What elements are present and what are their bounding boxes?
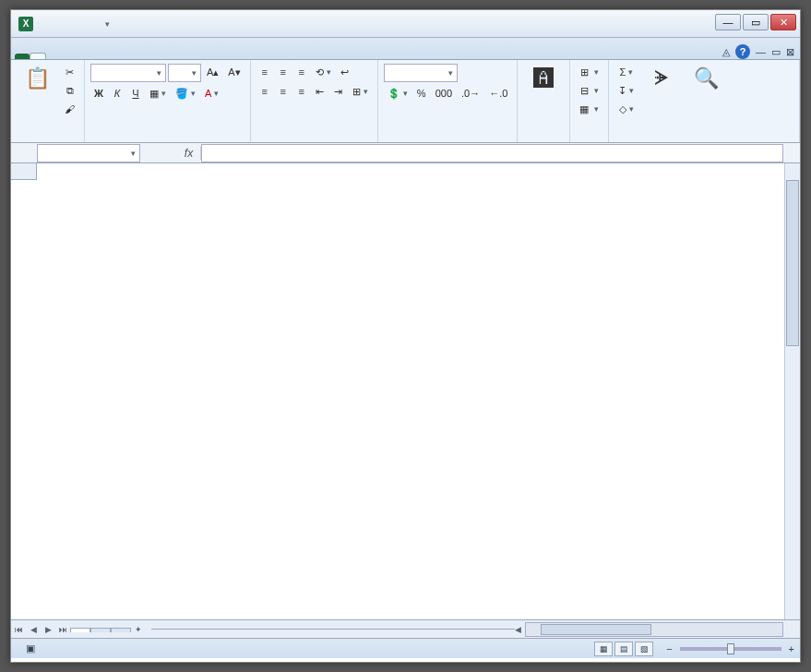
font-color-button[interactable]: A (201, 85, 222, 102)
tab-formulas[interactable] (76, 54, 90, 59)
fill-button[interactable]: ↧ (614, 82, 638, 99)
cut-button[interactable]: ✂ (61, 64, 78, 80)
quick-access-toolbar: X (11, 16, 114, 32)
align-center-button[interactable]: ≡ (275, 83, 292, 100)
tab-home[interactable] (30, 53, 46, 59)
align-right-button[interactable]: ≡ (293, 83, 310, 100)
minimize-button[interactable]: — (715, 14, 741, 30)
align-middle-button[interactable]: ≡ (275, 64, 292, 80)
tab-addins[interactable] (149, 54, 164, 59)
sheet-nav-next[interactable]: ▶ (41, 622, 55, 637)
new-sheet-button[interactable]: ✦ (131, 622, 146, 637)
paste-button[interactable]: 📋 (17, 64, 57, 138)
increase-indent-button[interactable]: ⇥ (330, 83, 347, 100)
number-group-label (384, 138, 512, 140)
autosum-button[interactable]: Σ (614, 64, 638, 80)
view-page-break-button[interactable]: ▧ (635, 642, 653, 656)
number-format-combo[interactable] (384, 64, 458, 82)
delete-cells-button[interactable]: ⊟ (576, 82, 602, 99)
tab-file[interactable] (15, 54, 30, 59)
sort-filter-button[interactable]: ᗚ (641, 64, 682, 138)
tab-foxit[interactable] (164, 54, 179, 59)
group-clipboard: 📋 ✂ ⧉ 🖌 (11, 60, 85, 142)
redo-button[interactable] (78, 16, 94, 32)
orientation-button[interactable]: ⟲ (312, 64, 335, 80)
align-left-button[interactable]: ≡ (256, 83, 273, 100)
doc-restore-icon[interactable]: ▭ (771, 46, 781, 58)
decrease-decimal-button[interactable]: ←.0 (485, 85, 511, 102)
sheet-nav-prev[interactable]: ◀ (26, 622, 41, 637)
increase-font-button[interactable]: A▴ (203, 64, 222, 80)
sheet-tab-2[interactable] (90, 628, 111, 632)
find-select-button[interactable]: 🔍 (686, 64, 726, 138)
format-painter-button[interactable]: 🖌 (61, 101, 78, 117)
tab-review[interactable] (105, 54, 120, 59)
zoom-slider[interactable] (680, 647, 781, 651)
hscroll-left-icon[interactable]: ◀ (515, 625, 521, 634)
doc-close-icon[interactable]: ⊠ (786, 46, 794, 58)
tab-data[interactable] (90, 54, 105, 59)
sheet-tab-1[interactable] (70, 628, 90, 632)
help-icon[interactable]: ? (735, 44, 750, 59)
sheet-tab-3[interactable] (111, 628, 131, 632)
hscroll-thumb[interactable] (541, 624, 651, 635)
merge-button[interactable]: ⊞ (349, 83, 372, 100)
view-page-layout-button[interactable]: ▤ (614, 642, 633, 656)
increase-decimal-button[interactable]: .0→ (458, 85, 483, 102)
zoom-out-button[interactable]: − (666, 643, 672, 654)
editing-group-label (614, 138, 793, 140)
zoom-in-button[interactable]: + (789, 643, 794, 654)
tab-abbyy[interactable] (179, 54, 194, 59)
group-number: 💲 % 000 .0→ ←.0 (378, 60, 519, 142)
undo-button[interactable] (57, 16, 74, 32)
decrease-indent-button[interactable]: ⇤ (312, 83, 328, 100)
styles-button[interactable]: 🅰 (523, 64, 564, 138)
cells-group-label (576, 138, 602, 140)
fx-icon[interactable]: fx (177, 147, 201, 160)
save-button[interactable] (37, 16, 54, 32)
scrollbar-thumb[interactable] (786, 180, 799, 346)
font-name-combo[interactable] (90, 64, 166, 82)
horizontal-scrollbar[interactable] (525, 622, 783, 637)
copy-button[interactable]: ⧉ (61, 82, 78, 99)
underline-button[interactable]: Ч (127, 85, 144, 102)
align-top-button[interactable]: ≡ (256, 64, 273, 80)
italic-button[interactable]: К (109, 85, 125, 102)
sheet-nav-first[interactable]: ⏮ (11, 622, 26, 637)
qat-more-icon[interactable] (98, 16, 114, 32)
tab-layout[interactable] (61, 54, 76, 59)
comma-button[interactable]: 000 (432, 85, 456, 102)
percent-button[interactable]: % (413, 85, 430, 102)
accounting-format-button[interactable]: 💲 (384, 85, 411, 102)
border-button[interactable]: ▦ (146, 85, 170, 102)
name-box[interactable] (37, 144, 140, 162)
formula-input[interactable] (201, 144, 783, 162)
tab-insert[interactable] (46, 54, 61, 59)
minimize-ribbon-icon[interactable]: ◬ (722, 46, 730, 58)
worksheet-grid (11, 163, 800, 619)
close-button[interactable]: ✕ (770, 14, 796, 30)
font-group-label (90, 138, 244, 140)
bold-button[interactable]: Ж (90, 85, 107, 102)
tab-view[interactable] (120, 54, 135, 59)
font-size-combo[interactable] (168, 64, 201, 82)
macro-record-icon[interactable]: ▣ (26, 642, 35, 654)
wrap-text-button[interactable]: ↩ (337, 64, 353, 80)
insert-cells-button[interactable]: ⊞ (576, 64, 602, 80)
decrease-font-button[interactable]: A▾ (224, 64, 244, 80)
align-bottom-button[interactable]: ≡ (293, 64, 310, 80)
zoom-thumb[interactable] (727, 643, 734, 654)
format-cells-button[interactable]: ▦ (576, 101, 602, 117)
vertical-scrollbar[interactable] (784, 163, 800, 619)
group-alignment: ≡ ≡ ≡ ⟲ ↩ ≡ ≡ ≡ ⇤ ⇥ ⊞ (251, 60, 378, 142)
fill-color-button[interactable]: 🪣 (172, 85, 199, 102)
tab-developer[interactable] (135, 54, 149, 59)
sheet-nav-last[interactable]: ⏭ (55, 622, 70, 637)
select-all-corner[interactable] (11, 163, 37, 180)
clear-button[interactable]: ◇ (614, 101, 638, 117)
maximize-button[interactable]: ▭ (743, 14, 769, 30)
find-icon: 🔍 (691, 64, 721, 93)
excel-window: X — ▭ ✕ ◬ ? — ▭ ⊠ (10, 9, 801, 663)
view-normal-button[interactable]: ▦ (594, 642, 613, 656)
doc-minimize-icon[interactable]: — (756, 46, 766, 57)
